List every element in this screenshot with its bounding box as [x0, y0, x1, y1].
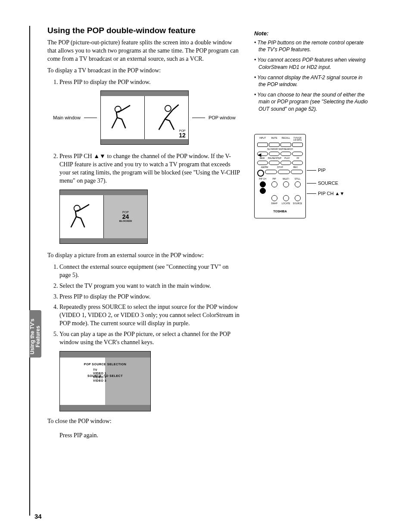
- batter-icon: [107, 100, 138, 135]
- intro-paragraph: The POP (picture-out-picture) feature sp…: [47, 39, 241, 63]
- fig1-pop-channel: 12: [179, 132, 186, 138]
- osd-title: POP SOURCE SELECTION: [60, 363, 150, 366]
- callout-source: SOURCE: [318, 180, 338, 186]
- still-button-icon: [295, 181, 301, 187]
- lead-external: To display a picture from an external so…: [47, 252, 241, 260]
- pip-ch-up-icon: [260, 181, 266, 187]
- note-item: You cannot display the ANT-2 signal sour…: [254, 74, 368, 88]
- osd-item: TV: [93, 368, 117, 372]
- lead-broadcast: To display a TV broadcast in the POP win…: [47, 67, 241, 75]
- note-heading: Note:: [254, 30, 368, 37]
- pip-button-icon: [271, 181, 277, 187]
- leader-line: [192, 118, 205, 118]
- pip-ch-down-icon: [260, 188, 266, 194]
- step-b2: Select the TV program you want to watch …: [59, 282, 241, 290]
- step-a1: Press PIP to display the POP window.: [59, 78, 241, 87]
- chapter-tab: Using the TV's Features: [29, 310, 41, 358]
- fig1-right-label: POP window: [209, 115, 236, 120]
- fig1-left-label: Main window: [53, 115, 81, 120]
- figure-pop-double: Main window POP 12: [47, 90, 241, 145]
- figure-pop-blocked: POP 24 BLOCKED: [59, 190, 241, 244]
- close-step: Press PIP again.: [59, 432, 241, 440]
- swap-button-icon: [271, 195, 277, 201]
- remote-brand: TOSHIBA: [257, 210, 303, 213]
- page-number: 34: [34, 513, 42, 520]
- figure-remote: INPUT MUTE RECALL TV/VCR CH RTN SLOW/DIR…: [254, 134, 312, 218]
- callout-pipch: PIP CH ▲▼: [318, 191, 344, 196]
- locate-button-icon: [283, 195, 289, 201]
- note-item: You cannot access POP features when view…: [254, 56, 368, 70]
- section-heading: Using the POP double-window feature: [47, 26, 241, 35]
- close-lead: To close the POP window:: [47, 417, 241, 426]
- step-b3: Press PIP to display the POP window.: [59, 293, 241, 301]
- step-b5: You can play a tape as the POP picture, …: [59, 330, 241, 347]
- chapter-tab-label: Using the TV's Features: [30, 313, 41, 360]
- osd-footer: SOURCE :TO SELECT: [60, 374, 150, 377]
- note-item: You can choose to hear the sound of eith…: [254, 91, 368, 112]
- step-b4: Repeatedly press SOURCE to select the in…: [59, 303, 241, 328]
- note-item: The PIP buttons on the remote control op…: [254, 39, 368, 53]
- figure-osd-menu: POP SOURCE SELECTION TV VIDEO 1 VIDEO 2 …: [59, 351, 151, 411]
- multi-button-icon: [283, 181, 289, 187]
- fig2-pop-channel: 24: [119, 214, 132, 220]
- source-button-icon: [295, 195, 301, 201]
- batter-icon: [66, 199, 97, 234]
- callout-pip: PIP: [318, 168, 326, 173]
- osd-item: VIDEO 3: [93, 379, 117, 383]
- step-a2: Press PIP CH ▲▼ to change the channel of…: [59, 152, 241, 185]
- batter-icon: [151, 100, 182, 135]
- step-b1: Connect the external source equipment (s…: [59, 263, 241, 280]
- svg-point-1: [165, 106, 171, 112]
- side-rule: [29, 26, 30, 516]
- clock-icon: [257, 170, 264, 177]
- leader-line: [84, 118, 97, 118]
- fig2-blocked: BLOCKED: [119, 220, 132, 222]
